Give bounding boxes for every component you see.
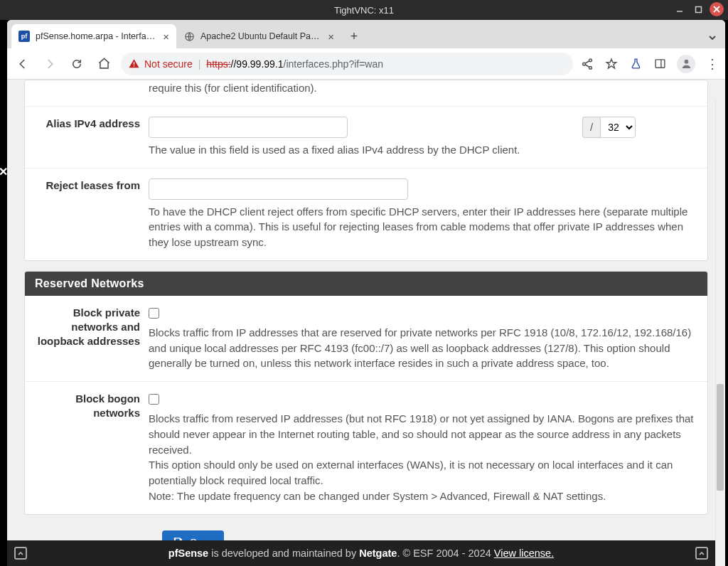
svg-rect-1 (695, 6, 701, 12)
client-id-help: require this (for client identification)… (149, 80, 697, 96)
side-panel-icon[interactable] (653, 57, 667, 71)
footer-product: pfSense (168, 548, 208, 559)
window-maximize-button[interactable] (691, 2, 705, 16)
svg-line-11 (585, 64, 589, 67)
tab-strip: pf pfSense.home.arpa - Interfaces: I… × … (7, 20, 725, 48)
black-sidebar (0, 20, 7, 566)
footer-scroll-top-icon-right[interactable] (695, 547, 708, 560)
forward-button[interactable] (40, 54, 60, 74)
footer-company: Netgate (359, 548, 397, 559)
reject-leases-input[interactable] (149, 178, 408, 200)
block-bogon-label: Block bogon networks (35, 392, 149, 504)
warning-triangle-icon (128, 58, 140, 70)
browser-menu-kebab-icon[interactable]: ⋮ (705, 57, 719, 71)
reject-leases-row: Reject leases from To have the DHCP clie… (25, 169, 707, 260)
scrollbar-thumb[interactable] (717, 384, 724, 491)
svg-rect-5 (134, 62, 134, 65)
reload-button[interactable] (67, 54, 87, 74)
block-bogon-help-1: Blocks traffic from reserved IP addresse… (149, 411, 697, 457)
back-button[interactable] (13, 54, 33, 74)
alias-ipv4-help: The value in this field is used as a fix… (149, 142, 697, 158)
extension-flask-icon[interactable] (628, 57, 643, 71)
block-bogon-help-2: This option should only be used on exter… (149, 457, 697, 488)
close-tab-icon[interactable]: × (163, 31, 169, 43)
page-viewport: require this (for client identification)… (7, 80, 725, 566)
svg-point-14 (684, 60, 688, 64)
close-tab-icon[interactable]: × (328, 31, 334, 43)
svg-line-10 (585, 60, 589, 63)
reserved-networks-panel: Reserved Networks Block private networks… (24, 271, 708, 515)
tab-list-chevron-icon[interactable] (708, 33, 717, 44)
tab-pfsense[interactable]: pf pfSense.home.arpa - Interfaces: I… × (11, 24, 176, 48)
security-label: Not secure (144, 58, 193, 70)
block-private-checkbox[interactable] (149, 308, 159, 319)
alias-ipv4-row: Alias IPv4 address / 32 The value in t (25, 107, 707, 169)
block-bogon-help-3: Note: The update frequency can be change… (149, 488, 697, 504)
alias-ipv4-input[interactable] (149, 117, 348, 138)
url-text: https://99.99.99.1/interfaces.php?if=wan (206, 58, 383, 70)
not-secure-indicator[interactable]: Not secure (128, 58, 193, 70)
view-license-link[interactable]: View license. (494, 548, 554, 559)
new-tab-button[interactable]: + (344, 26, 364, 46)
alias-ipv4-prefix-select[interactable]: 32 (600, 117, 636, 138)
block-private-row: Block private networks and loopback addr… (25, 296, 707, 382)
block-private-help: Blocks traffic from IP addresses that ar… (149, 325, 697, 371)
window-title: TightVNC: x11 (334, 5, 394, 16)
reject-leases-label: Reject leases from (35, 178, 149, 250)
vertical-scrollbar[interactable] (715, 100, 725, 566)
share-icon[interactable] (580, 57, 594, 71)
tab-title: pfSense.home.arpa - Interfaces: I… (36, 31, 157, 41)
pfsense-favicon: pf (18, 31, 30, 42)
block-bogon-checkbox[interactable] (149, 394, 159, 405)
profile-avatar[interactable] (677, 55, 695, 73)
block-private-label: Block private networks and loopback addr… (35, 306, 149, 371)
window-titlebar: TightVNC: x11 (0, 0, 728, 20)
window-minimize-button[interactable] (673, 2, 687, 16)
dhcp-panel: require this (for client identification)… (24, 80, 708, 261)
window-close-button[interactable] (710, 2, 724, 16)
bookmark-star-icon[interactable] (604, 57, 619, 71)
browser-toolbar: Not secure | https://99.99.99.1/interfac… (7, 48, 725, 80)
alias-ipv4-label: Alias IPv4 address (35, 117, 149, 158)
footer-scroll-top-icon[interactable] (14, 547, 27, 560)
tab-apache[interactable]: Apache2 Ubuntu Default Page: It w × (176, 24, 341, 48)
globe-favicon (183, 31, 195, 42)
browser-window: pf pfSense.home.arpa - Interfaces: I… × … (7, 20, 725, 566)
block-bogon-row: Block bogon networks Blocks traffic from… (25, 382, 707, 514)
address-bar[interactable]: Not secure | https://99.99.99.1/interfac… (121, 53, 573, 75)
svg-rect-6 (134, 65, 134, 66)
tab-title: Apache2 Ubuntu Default Page: It w (200, 31, 322, 41)
svg-rect-12 (655, 60, 665, 68)
home-button[interactable] (94, 54, 114, 74)
prefix-divider: / (582, 117, 600, 138)
reserved-networks-header: Reserved Networks (25, 272, 707, 296)
reject-leases-help: To have the DHCP client reject offers fr… (149, 204, 697, 250)
pfsense-footer: pfSense is developed and maintained by N… (7, 540, 715, 566)
